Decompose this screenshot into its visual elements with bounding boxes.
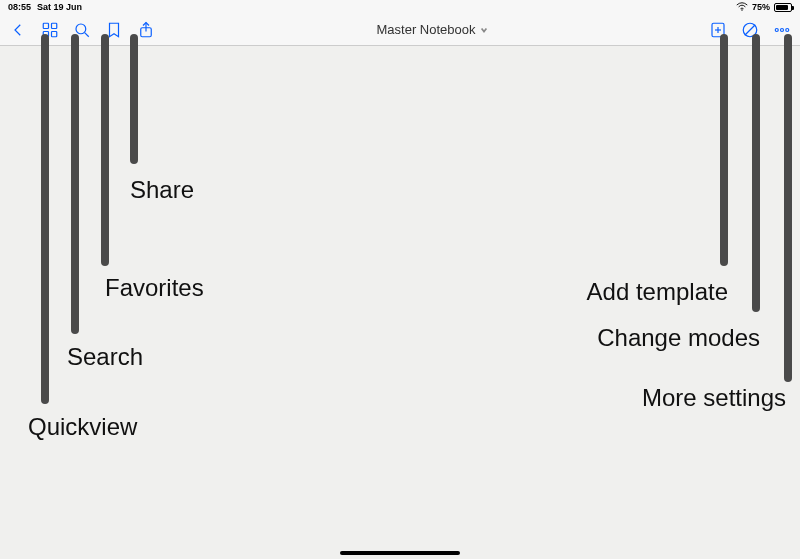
status-left: 08:55 Sat 19 Jun (8, 2, 82, 12)
status-time: 08:55 (8, 2, 31, 12)
callout-line-share (130, 34, 138, 164)
chevron-down-icon (480, 22, 488, 37)
svg-point-14 (781, 28, 784, 31)
wifi-icon (736, 2, 748, 13)
svg-line-6 (85, 32, 89, 36)
callout-line-quickview (41, 34, 49, 404)
status-right: 75% (736, 2, 792, 13)
app-toolbar: Master Notebook (0, 14, 800, 46)
svg-line-12 (745, 24, 756, 35)
callout-line-search (71, 34, 79, 334)
svg-point-0 (741, 9, 743, 11)
callout-label-quickview: Quickview (28, 413, 137, 441)
toolbar-title-group[interactable]: Master Notebook (156, 22, 708, 37)
status-bar: 08:55 Sat 19 Jun 75% (0, 0, 800, 14)
notebook-title: Master Notebook (377, 22, 476, 37)
callout-label-more-settings: More settings (642, 384, 786, 412)
share-button[interactable] (136, 20, 156, 40)
callout-line-change-modes (752, 34, 760, 312)
back-button[interactable] (8, 20, 28, 40)
svg-point-13 (775, 28, 778, 31)
callout-label-search: Search (67, 343, 143, 371)
callout-line-add-template (720, 34, 728, 266)
battery-percent: 75% (752, 2, 770, 12)
svg-point-5 (76, 24, 86, 34)
page-canvas[interactable]: Share Favorites Search Quickview Add tem… (0, 46, 800, 559)
status-date: Sat 19 Jun (37, 2, 82, 12)
battery-icon (774, 3, 792, 12)
svg-rect-2 (52, 23, 57, 28)
callout-label-share: Share (130, 176, 194, 204)
svg-point-15 (786, 28, 789, 31)
svg-rect-4 (52, 31, 57, 36)
callout-label-change-modes: Change modes (597, 324, 760, 352)
svg-rect-1 (43, 23, 48, 28)
callout-line-favorites (101, 34, 109, 266)
callout-label-add-template: Add template (587, 278, 728, 306)
callout-line-more-settings (784, 34, 792, 382)
home-indicator[interactable] (340, 551, 460, 555)
callout-label-favorites: Favorites (105, 274, 204, 302)
